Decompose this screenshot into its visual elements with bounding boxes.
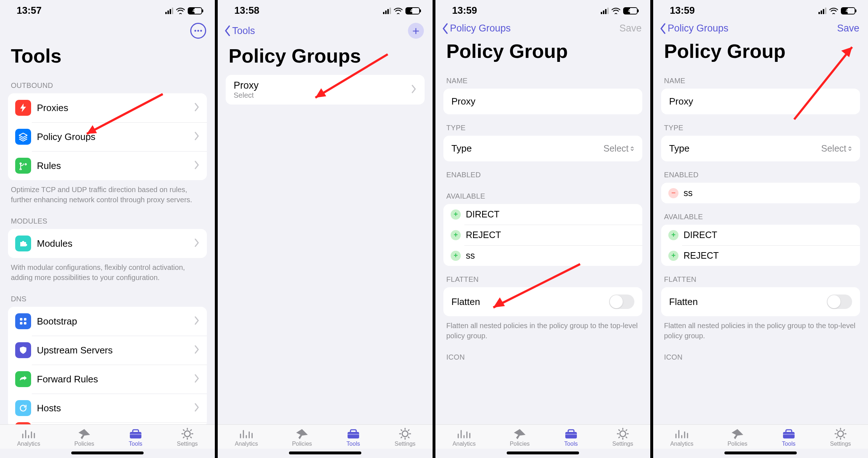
name-input[interactable]: Proxy [443,89,642,114]
tab-policies[interactable]: Policies [727,428,747,447]
tab-bar: Analytics Policies Tools Settings [0,424,215,449]
back-button[interactable]: Tools [224,25,255,37]
tab-settings[interactable]: Settings [830,428,851,447]
chevron-right-icon [195,345,200,355]
label-flatten: FLATTEN [653,266,868,287]
type-select[interactable]: Type Select [661,136,860,161]
chevron-right-icon [195,238,200,249]
add-icon[interactable]: + [451,251,461,261]
row-modules[interactable]: Modules [8,229,207,258]
row-rules[interactable]: Rules [8,151,207,180]
content-scroll[interactable]: OUTBOUND Proxies Policy Groups Rules Opt… [0,72,215,424]
tab-policies[interactable]: Policies [292,428,312,447]
svg-point-5 [197,30,199,32]
page-title: Policy Group [435,37,650,67]
chevron-right-icon [195,132,200,142]
row-forward-rules[interactable]: Forward Rules [8,365,207,394]
save-button[interactable]: Save [619,23,642,34]
row-upstream[interactable]: Upstream Servers [8,336,207,365]
page-title: Tools [0,42,215,72]
remove-icon[interactable]: − [668,188,678,198]
tab-analytics[interactable]: Analytics [670,428,693,447]
row-bootstrap[interactable]: Bootstrap [8,307,207,336]
more-button[interactable] [190,23,206,39]
chevron-left-icon [224,25,231,36]
status-bar: 13:59 47 [653,0,868,18]
tab-analytics[interactable]: Analytics [452,428,476,447]
battery-icon: 47 [841,7,856,14]
home-indicator[interactable] [507,451,579,454]
label-type: TYPE [435,114,650,136]
content-scroll[interactable]: Proxy Select [218,72,433,424]
back-button[interactable]: Policy Groups [442,23,511,34]
tab-bar: Analytics Policies Tools Settings [435,424,650,449]
tab-settings[interactable]: Settings [612,428,633,447]
add-icon[interactable]: + [668,251,678,261]
flatten-toggle-row: Flatten [443,287,642,316]
page-title: Policy Group [653,37,868,67]
screen-policy-group-edit-saved: 13:59 47 Policy Groups Save Policy Group… [653,0,868,458]
label-flatten: FLATTEN [435,266,650,287]
label-icon: ICON [653,344,868,365]
home-indicator[interactable] [71,451,144,454]
add-icon[interactable]: + [668,230,678,240]
tab-policies[interactable]: Policies [74,428,94,447]
plus-icon: + [412,25,420,37]
type-select[interactable]: Type Select [443,136,642,161]
home-indicator[interactable] [289,451,361,454]
signal-icon [165,8,173,14]
forward-icon [15,371,31,387]
grid-icon [15,313,31,329]
chevron-right-icon [195,161,200,171]
available-item[interactable]: +DIRECT [661,225,860,245]
save-button[interactable]: Save [837,23,859,34]
row-proxies[interactable]: Proxies [8,93,207,122]
tab-settings[interactable]: Settings [395,428,416,447]
nav-bar: Tools + [218,18,433,42]
policy-group-item[interactable]: Proxy Select [226,75,425,105]
home-indicator[interactable] [724,451,797,454]
enabled-item[interactable]: −ss [661,183,860,203]
row-label: Proxies [37,102,189,114]
name-input[interactable]: Proxy [661,89,860,114]
tab-tools[interactable]: Tools [564,428,578,447]
battery-icon: 47 [188,7,203,14]
back-button[interactable]: Policy Groups [660,23,728,34]
battery-icon: 47 [405,7,421,14]
tab-tools[interactable]: Tools [782,428,796,447]
tab-settings[interactable]: Settings [177,428,198,447]
tab-analytics[interactable]: Analytics [235,428,258,447]
puzzle-icon [15,236,31,251]
row-cut[interactable] [8,423,207,424]
tab-tools[interactable]: Tools [346,428,361,447]
svg-rect-9 [20,322,22,325]
svg-rect-8 [24,318,26,321]
tab-tools[interactable]: Tools [128,428,143,447]
row-policy-groups[interactable]: Policy Groups [8,122,207,151]
battery-icon: 47 [623,7,639,14]
row-hosts[interactable]: Hosts [8,394,207,423]
status-time: 13:58 [234,5,259,16]
add-icon[interactable]: + [451,209,461,220]
tab-analytics[interactable]: Analytics [17,428,40,447]
status-time: 13:57 [17,5,42,16]
label-enabled: ENABLED [435,161,650,183]
content-scroll[interactable]: NAME Proxy TYPE Type Select ENABLED −ss … [653,67,868,424]
add-button[interactable]: + [408,23,424,39]
available-item[interactable]: +REJECT [661,245,860,266]
svg-rect-7 [20,318,22,321]
flatten-note: Flatten all nested policies in the polic… [653,316,868,344]
row-label: Forward Rules [37,374,189,385]
content-scroll[interactable]: NAME Proxy TYPE Type Select ENABLED AVAI… [435,67,650,424]
flatten-toggle[interactable] [609,294,634,309]
section-header-dns: DNS [0,285,215,307]
tab-policies[interactable]: Policies [510,428,529,447]
available-item[interactable]: +DIRECT [443,204,642,225]
outbound-note: Optimize TCP and UDP traffic direction b… [0,180,215,208]
chevron-right-icon [412,85,417,95]
flatten-toggle[interactable] [827,294,852,309]
svg-rect-10 [24,322,26,325]
available-item[interactable]: +REJECT [443,225,642,245]
add-icon[interactable]: + [451,230,461,240]
available-item[interactable]: +ss [443,245,642,266]
